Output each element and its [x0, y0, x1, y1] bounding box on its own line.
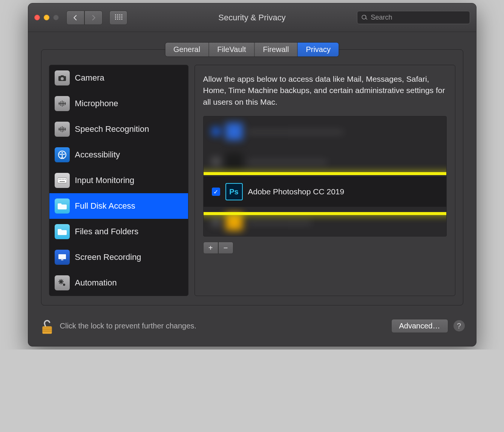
- checkbox[interactable]: ✓: [212, 127, 220, 136]
- svg-point-8: [115, 18, 116, 20]
- sidebar-item-automation[interactable]: Automation: [49, 270, 188, 296]
- privacy-service-list[interactable]: Camera Microphone Speech Recognition: [49, 65, 188, 296]
- add-remove-controls: + −: [203, 242, 447, 254]
- display-icon: [55, 250, 70, 265]
- sidebar-item-label: Camera: [75, 73, 104, 83]
- preferences-window: Security & Privacy General FileVault Fir…: [28, 3, 476, 347]
- tab-firewall[interactable]: Firewall: [255, 43, 298, 56]
- tab-filevault[interactable]: FileVault: [209, 43, 254, 56]
- sidebar-item-label: Speech Recognition: [75, 124, 149, 134]
- show-all-button[interactable]: [109, 11, 127, 25]
- sidebar-item-microphone[interactable]: Microphone: [49, 91, 188, 116]
- app-list[interactable]: ✓ ———————————— ✓ —————————— ✓ Ps Adobe P…: [203, 116, 447, 237]
- svg-point-0: [115, 14, 116, 15]
- forward-button[interactable]: [84, 11, 103, 25]
- sidebar-item-files-and-folders[interactable]: Files and Folders: [49, 219, 188, 244]
- footer: Click the lock to prevent further change…: [28, 313, 476, 346]
- app-icon: [225, 153, 243, 170]
- svg-point-9: [117, 18, 118, 20]
- svg-rect-20: [60, 181, 65, 182]
- sidebar-item-screen-recording[interactable]: Screen Recording: [49, 244, 188, 270]
- app-icon: [225, 123, 243, 140]
- sidebar-item-label: Automation: [75, 278, 117, 288]
- sidebar-item-label: Screen Recording: [75, 252, 141, 262]
- toolbar: Security & Privacy: [28, 3, 476, 32]
- folder-icon: [55, 224, 70, 239]
- svg-point-7: [121, 16, 122, 17]
- checkbox[interactable]: ✓: [212, 157, 220, 166]
- search-input[interactable]: [371, 14, 466, 21]
- search-field[interactable]: [357, 11, 470, 24]
- zoom-window-button[interactable]: [53, 15, 59, 20]
- svg-point-10: [119, 18, 120, 20]
- app-name: Adobe Photoshop CC 2019: [248, 187, 345, 196]
- app-row-redacted[interactable]: ✓ ————————: [204, 207, 446, 237]
- photoshop-icon: Ps: [225, 183, 243, 200]
- svg-rect-25: [42, 327, 52, 334]
- back-button[interactable]: [66, 11, 84, 25]
- minimize-window-button[interactable]: [44, 15, 49, 20]
- sidebar-item-full-disk-access[interactable]: Full Disk Access: [49, 193, 188, 219]
- svg-rect-21: [58, 254, 66, 259]
- speech-recognition-icon: [55, 122, 70, 137]
- sidebar-item-label: Full Disk Access: [75, 201, 135, 211]
- svg-rect-18: [63, 179, 64, 180]
- accessibility-icon: [55, 147, 70, 162]
- sidebar-item-label: Accessibility: [75, 150, 120, 160]
- window-controls: [34, 15, 59, 20]
- svg-point-24: [63, 284, 65, 286]
- app-row-photoshop[interactable]: ✓ Ps Adobe Photoshop CC 2019: [204, 177, 446, 207]
- sidebar-item-camera[interactable]: Camera: [49, 65, 188, 91]
- add-app-button[interactable]: +: [203, 242, 218, 254]
- sidebar-item-label: Microphone: [75, 99, 118, 108]
- svg-rect-19: [65, 179, 66, 180]
- lock-hint-text: Click the lock to prevent further change…: [60, 322, 196, 330]
- app-name-redacted: ——————————: [248, 157, 327, 166]
- svg-rect-22: [61, 260, 63, 260]
- svg-point-4: [115, 16, 116, 17]
- advanced-button[interactable]: Advanced…: [391, 319, 448, 333]
- sidebar-item-input-monitoring[interactable]: Input Monitoring: [49, 168, 188, 193]
- search-icon: [361, 14, 368, 21]
- app-icon: [225, 213, 243, 231]
- sidebar-item-label: Files and Folders: [75, 227, 139, 237]
- privacy-columns: Camera Microphone Speech Recognition: [49, 65, 455, 296]
- svg-point-23: [60, 280, 63, 283]
- app-row-redacted[interactable]: ✓ ——————————: [204, 147, 446, 177]
- svg-point-3: [121, 14, 122, 15]
- checkbox[interactable]: ✓: [212, 218, 220, 226]
- pane-tabs: General FileVault Firewall Privacy: [165, 42, 339, 57]
- svg-point-1: [117, 14, 118, 15]
- app-name-redacted: ————————: [248, 217, 311, 226]
- sidebar-item-label: Input Monitoring: [75, 176, 135, 185]
- tab-privacy[interactable]: Privacy: [297, 43, 339, 56]
- camera-icon: [55, 70, 70, 85]
- svg-point-2: [119, 14, 120, 15]
- microphone-icon: [55, 96, 70, 111]
- close-window-button[interactable]: [34, 15, 40, 20]
- sidebar-item-accessibility[interactable]: Accessibility: [49, 142, 188, 168]
- lock-button[interactable]: [40, 317, 55, 335]
- app-name-redacted: ————————————: [248, 127, 343, 136]
- app-row-redacted[interactable]: ✓ ————————————: [204, 116, 446, 147]
- tab-general[interactable]: General: [165, 43, 209, 56]
- history-nav: [66, 11, 103, 25]
- svg-point-11: [121, 18, 122, 20]
- svg-point-6: [119, 16, 120, 17]
- remove-app-button[interactable]: −: [218, 242, 233, 254]
- svg-point-13: [61, 152, 63, 154]
- help-button[interactable]: ?: [453, 320, 465, 331]
- checkbox[interactable]: ✓: [212, 188, 220, 196]
- svg-point-5: [117, 16, 118, 17]
- svg-rect-16: [60, 179, 61, 180]
- content-frame: General FileVault Firewall Privacy Camer…: [41, 49, 463, 305]
- folder-icon: [55, 198, 70, 214]
- gears-icon: [55, 275, 70, 290]
- sidebar-item-speech-recognition[interactable]: Speech Recognition: [49, 116, 188, 142]
- privacy-detail-panel: Allow the apps below to access data like…: [195, 65, 455, 296]
- privacy-description: Allow the apps below to access data like…: [203, 73, 447, 108]
- svg-rect-17: [62, 179, 63, 180]
- keyboard-icon: [55, 173, 70, 188]
- svg-rect-15: [59, 179, 60, 180]
- svg-rect-14: [58, 178, 67, 183]
